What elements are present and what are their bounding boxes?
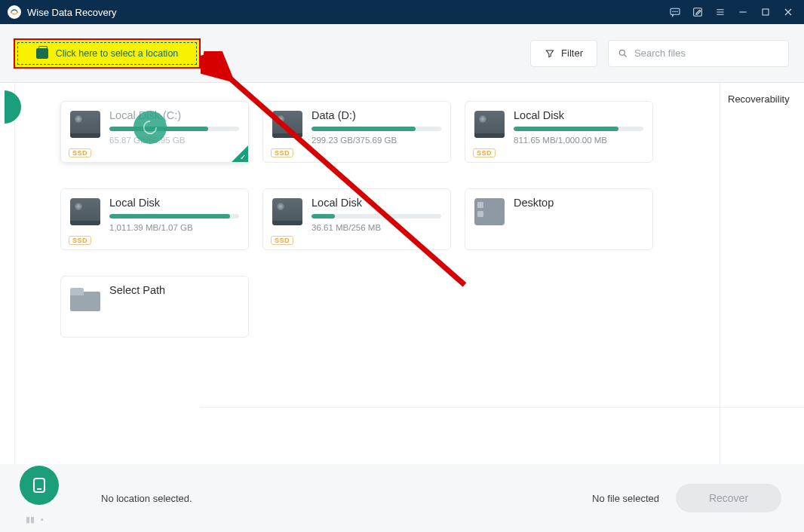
maximize-button[interactable] xyxy=(754,0,777,24)
toolbar: Click here to select a location Filter xyxy=(0,24,804,83)
drive-icon xyxy=(272,198,302,225)
recover-button[interactable]: Recover xyxy=(676,484,781,512)
drive-title: Local Disk xyxy=(514,109,643,121)
drive-icon xyxy=(272,111,302,138)
drive-size: 299.23 GB/375.69 GB xyxy=(311,136,441,145)
drive-icon xyxy=(70,111,100,138)
app-title: Wise Data Recovery xyxy=(27,7,116,18)
drive-usage-bar xyxy=(109,214,239,219)
file-status: No file selected xyxy=(592,493,659,504)
stop-icon[interactable]: ▪ xyxy=(41,515,44,524)
svg-point-3 xyxy=(677,11,677,12)
svg-point-1 xyxy=(673,11,674,12)
pause-icon[interactable]: ▮▮ xyxy=(26,515,35,524)
select-location-callout[interactable]: Click here to select a location xyxy=(14,38,201,69)
drive-card-desk[interactable]: Desktop xyxy=(465,188,653,250)
drive-usage-bar xyxy=(514,127,643,131)
drive-title: Select Path xyxy=(109,284,239,296)
ssd-badge: SSD xyxy=(271,236,293,245)
svg-point-2 xyxy=(675,11,676,12)
callout-label: Click here to select a location xyxy=(56,48,179,59)
filter-icon xyxy=(545,48,555,59)
drive-size: 1,011.39 MB/1.07 GB xyxy=(109,223,239,232)
close-button[interactable] xyxy=(777,0,799,24)
drive-card-d[interactable]: Data (D:) 299.23 GB/375.69 GB SSD xyxy=(262,101,451,163)
drive-card-path[interactable]: Select Path xyxy=(60,276,249,338)
menu-button[interactable] xyxy=(709,0,732,24)
drive-icon xyxy=(70,198,100,225)
recoverability-label: Recoverability xyxy=(728,93,796,105)
ssd-badge: SSD xyxy=(69,236,91,245)
drive-icon xyxy=(474,198,505,225)
edit-button[interactable] xyxy=(686,0,709,24)
ssd-badge: SSD xyxy=(69,148,91,157)
drive-card-c[interactable]: Local Disk (C:) 65.87 GB/80.95 GB SSD ✓ xyxy=(60,101,249,163)
title-bar: Wise Data Recovery xyxy=(0,0,804,24)
drive-size: 811.65 MB/1,000.00 MB xyxy=(514,136,643,145)
drive-card-ld1[interactable]: Local Disk 811.65 MB/1,000.00 MB SSD xyxy=(465,101,653,163)
filter-label: Filter xyxy=(561,47,583,59)
check-icon: ✓ xyxy=(240,153,246,161)
drive-card-ld3[interactable]: Local Disk 36.61 MB/256 MB SSD xyxy=(262,188,451,250)
drive-title: Local Disk xyxy=(109,197,239,209)
location-status: No location selected. xyxy=(101,493,192,504)
svg-rect-8 xyxy=(34,478,44,492)
panel-divider xyxy=(200,407,804,408)
app-logo-icon xyxy=(8,5,21,19)
search-box[interactable] xyxy=(608,40,789,67)
filter-button[interactable]: Filter xyxy=(530,40,597,67)
drive-icon xyxy=(474,111,505,138)
drive-usage-bar xyxy=(311,214,441,219)
device-outline-icon xyxy=(30,476,48,494)
footer: ▮▮ ▪ No location selected. No file selec… xyxy=(0,464,804,532)
ssd-badge: SSD xyxy=(473,148,496,157)
drive-title: Local Disk xyxy=(311,197,441,209)
drive-title: Desktop xyxy=(514,197,643,209)
feedback-button[interactable] xyxy=(664,0,686,24)
minimize-button[interactable] xyxy=(732,0,754,24)
svg-rect-5 xyxy=(763,9,769,15)
drive-size: 36.61 MB/256 MB xyxy=(311,223,441,232)
drive-size: 65.87 GB/80.95 GB xyxy=(109,136,239,145)
drive-icon xyxy=(70,286,100,313)
busy-spinner xyxy=(133,111,167,144)
drive-usage-bar xyxy=(109,127,239,131)
search-icon xyxy=(618,48,628,59)
playback-controls: ▮▮ ▪ xyxy=(26,515,44,524)
search-input[interactable] xyxy=(634,47,779,59)
drive-card-ld2[interactable]: Local Disk 1,011.39 MB/1.07 GB SSD xyxy=(60,188,249,250)
drive-usage-bar xyxy=(311,127,441,131)
drive-title: Local Disk (C:) xyxy=(109,109,239,121)
scan-button[interactable] xyxy=(20,466,59,505)
drive-title: Data (D:) xyxy=(311,109,441,121)
svg-point-6 xyxy=(619,50,624,55)
ssd-badge: SSD xyxy=(271,148,293,157)
device-icon xyxy=(36,48,48,59)
left-gutter xyxy=(0,83,15,464)
